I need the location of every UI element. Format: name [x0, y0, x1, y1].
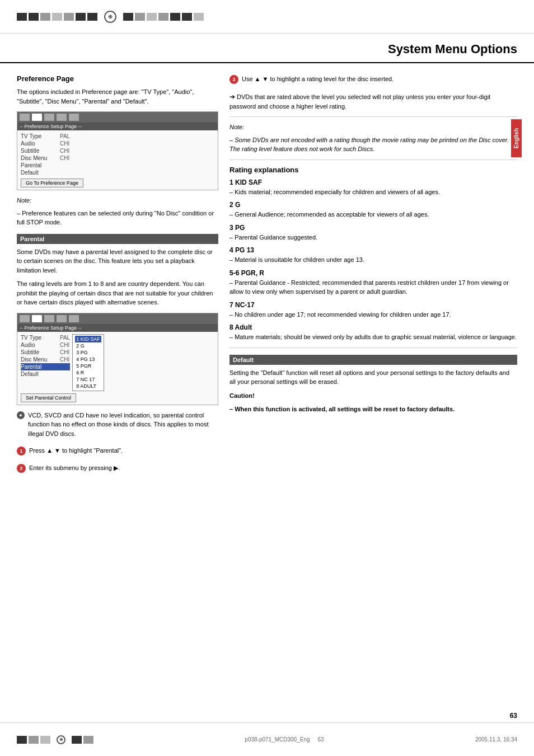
bottom-filename: p038-p071_MCD300_Eng — [245, 736, 310, 743]
note-item-1: – Some DVDs are not encoded with a ratin… — [229, 135, 517, 154]
menu-p-label-default: Default — [21, 371, 54, 377]
note-label-1: Note: — [17, 196, 218, 205]
menu-p-value-audio: CHI — [60, 342, 69, 348]
menu-label-tvtype: TV Type — [21, 133, 54, 139]
menu-icon-p3 — [44, 315, 54, 322]
menu-row-p-default: Default — [21, 370, 70, 378]
bar-block-r5 — [170, 13, 180, 21]
menu-header-1: -- Preference Setup Page -- — [17, 123, 218, 130]
bullet-circle: ● — [17, 411, 25, 419]
dropdown-item-4pg13[interactable]: 4 PG 13 — [75, 356, 101, 363]
menu-row-p-parental: Parental — [21, 363, 70, 370]
dropdown-item-2g[interactable]: 2 G — [75, 342, 101, 349]
menu-value-discmenu: CHI — [60, 155, 69, 161]
rating-8-desc: – Mature materials; should be viewed onl… — [229, 332, 517, 342]
bar-block-2 — [29, 13, 39, 21]
step-num-2: 2 — [17, 464, 26, 473]
parental-heading: Parental — [17, 234, 218, 244]
menu-icon-5 — [69, 114, 79, 121]
bar-block-r3 — [147, 13, 157, 21]
bar-block-r4 — [158, 13, 168, 21]
bar-block-r7 — [194, 13, 204, 21]
bottom-bar-block-3 — [40, 736, 50, 744]
rating-7-id: 7 NC-17 — [229, 301, 517, 309]
bar-block-r2 — [135, 13, 145, 21]
step3-container: 3 Use ▲ ▼ to highlight a rating level fo… — [229, 74, 517, 88]
menu-p-label-discmenu: Disc Menu — [21, 356, 54, 363]
menu-p-label-subtitle: Subtitle — [21, 349, 54, 355]
rating-4-id: 4 PG 13 — [229, 246, 517, 254]
set-parental-button[interactable]: Set Parental Control — [21, 393, 76, 402]
dropdown-item-6r[interactable]: 6 R — [75, 369, 101, 376]
divider-2 — [229, 159, 517, 160]
menu-icon-p5 — [69, 315, 79, 322]
menu-main-area: TV Type PAL Audio CHI Subtitle CHI — [21, 334, 214, 391]
bottom-circle-marker: ⊕ — [57, 735, 65, 744]
menu-row-default: Default — [21, 169, 214, 176]
menu-icon-3 — [44, 114, 54, 121]
step2-text: Enter its submenu by pressing ▶. — [29, 463, 120, 473]
menu-icons-row-1 — [17, 112, 218, 123]
step3-text: Use ▲ ▼ to highlight a rating level for … — [242, 74, 394, 84]
dropdown-item-8adult[interactable]: 8 ADULT — [75, 383, 101, 389]
menu-label-subtitle: Subtitle — [21, 148, 54, 154]
menu-value-audio: CHI — [60, 140, 69, 147]
bottom-bar-block-1 — [17, 736, 27, 744]
divider-1 — [229, 116, 517, 117]
page: ⊕ System Menu Options Preference Page Th… — [0, 0, 534, 756]
parental-dropdown[interactable]: 1 KID SAF 2 G 3 PG 4 PG 13 5 PGR 6 R 7 N… — [72, 334, 104, 391]
rating-2-id: 2 G — [229, 201, 517, 209]
rating-3-id: 3 PG — [229, 224, 517, 232]
arrow-description: ➔ DVDs that are rated above the level yo… — [229, 92, 517, 111]
note-text-1: – Preference features can be selected on… — [17, 209, 218, 227]
dropdown-item-5pgr[interactable]: 5 PGR — [75, 363, 101, 369]
goto-preference-button[interactable]: Go To Preference Page — [21, 179, 83, 187]
rating-8-id: 8 Adult — [229, 323, 517, 331]
rating-7-desc: – No children under age 17; not recommen… — [229, 310, 517, 320]
menu-body-2: TV Type PAL Audio CHI Subtitle CHI — [17, 332, 218, 405]
bar-block-r1 — [123, 13, 133, 21]
menu-p-label-audio: Audio — [21, 342, 54, 348]
preference-menu-box: -- Preference Setup Page -- TV Type PAL … — [17, 111, 218, 190]
arrow-icon: ➔ — [229, 92, 235, 102]
step2-container: 2 Enter its submenu by pressing ▶. — [17, 463, 218, 477]
menu-icon-4 — [57, 114, 67, 121]
menu-header-2: -- Preference Setup Page -- — [17, 324, 218, 332]
dropdown-item-7nc17[interactable]: 7 NC 17 — [75, 376, 101, 383]
menu-p-value-subtitle: CHI — [60, 349, 69, 355]
rating-1-desc: – Kids material; recommended especially … — [229, 187, 517, 197]
menu-icon-p2 — [32, 315, 42, 322]
step1-container: 1 Press ▲ ▼ to highlight "Parental". — [17, 446, 218, 460]
note-item-1-text: – Some DVDs are not encoded with a ratin… — [229, 137, 509, 153]
bar-block-7 — [87, 13, 97, 21]
bottom-bar-block-2 — [29, 736, 39, 744]
menu-p-label-tvtype: TV Type — [21, 335, 54, 341]
page-number: 63 — [510, 712, 517, 720]
default-heading: Default — [229, 355, 517, 365]
menu-row-parental: Parental — [21, 162, 214, 169]
top-bar-left-pattern — [17, 13, 97, 21]
dropdown-item-3pg[interactable]: 3 PG — [75, 349, 101, 356]
right-column: English 3 Use ▲ ▼ to highlight a rating … — [229, 74, 517, 480]
menu-value-subtitle: CHI — [60, 148, 69, 154]
parental-description2: The rating levels are from 1 to 8 and ar… — [17, 279, 218, 307]
dropdown-item-1kidsaf[interactable]: 1 KID SAF — [75, 336, 101, 342]
menu-label-discmenu: Disc Menu — [21, 155, 54, 161]
bar-block-6 — [76, 13, 86, 21]
rating-4-desc: – Material is unsuitable for children un… — [229, 255, 517, 265]
bottom-date: 2005.11.3, 16:34 — [475, 736, 517, 743]
menu-icon-2 — [32, 114, 42, 121]
menu-icon-p4 — [57, 315, 67, 322]
parental-menu-box: -- Preference Setup Page -- TV Type PAL … — [17, 313, 218, 405]
menu-p-value-tvtype: PAL — [60, 335, 70, 341]
bottom-bar: ⊕ p038-p071_MCD300_Eng 63 2005.11.3, 16:… — [0, 722, 534, 756]
preference-page-description: The options included in Preference page … — [17, 87, 218, 106]
menu-label-parental: Parental — [21, 162, 54, 168]
menu-label-default: Default — [21, 170, 54, 176]
page-number-display: 63 — [510, 712, 517, 720]
menu-row-discmenu: Disc Menu CHI — [21, 154, 214, 162]
default-description: Setting the "Default" function will rese… — [229, 368, 517, 387]
menu-icons-row-2 — [17, 313, 218, 324]
bar-block-5 — [64, 13, 74, 21]
rating-explanations-heading: Rating explanations — [229, 166, 517, 174]
